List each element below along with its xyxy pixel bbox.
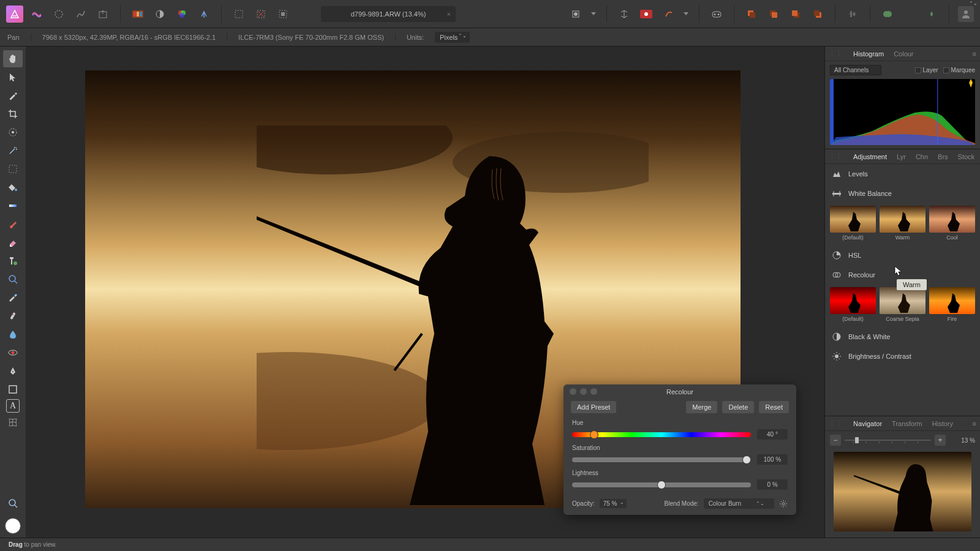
gradient-tool[interactable] bbox=[3, 197, 23, 214]
tab-history[interactable]: History bbox=[931, 418, 954, 430]
tab-histogram[interactable]: Histogram bbox=[852, 48, 885, 60]
blend-mode-select[interactable]: Colour Burn⌃⌄ bbox=[704, 498, 774, 509]
dropdown-icon[interactable] bbox=[682, 6, 690, 23]
zoom-tool[interactable] bbox=[3, 495, 23, 512]
layer-checkbox[interactable]: Layer bbox=[915, 67, 938, 73]
merge-button[interactable]: Merge bbox=[686, 401, 717, 413]
erase-tool[interactable] bbox=[3, 234, 23, 251]
delete-button[interactable]: Delete bbox=[722, 401, 754, 413]
gear-icon[interactable] bbox=[779, 500, 788, 508]
flood-fill-tool[interactable] bbox=[3, 179, 23, 196]
window-close-icon[interactable] bbox=[570, 388, 576, 395]
auto-contrast-icon[interactable] bbox=[151, 6, 168, 23]
pen-tool[interactable] bbox=[3, 362, 23, 380]
boolean-subtract-icon[interactable] bbox=[901, 6, 918, 23]
navigator-preview[interactable] bbox=[834, 452, 971, 531]
panel-menu-icon[interactable]: ≡ bbox=[973, 420, 976, 427]
tab-layers[interactable]: Lyr bbox=[895, 151, 907, 163]
rc-preset-default[interactable]: (Default) bbox=[830, 287, 876, 322]
lightness-slider[interactable] bbox=[572, 482, 751, 487]
hue-value[interactable]: 40 ° bbox=[757, 429, 788, 440]
healing-brush-tool[interactable] bbox=[3, 307, 23, 324]
auto-colour-icon[interactable] bbox=[173, 6, 190, 23]
adjustment-white-balance[interactable]: White Balance bbox=[825, 184, 980, 203]
adjustment-levels[interactable]: Levels bbox=[825, 164, 980, 184]
persona-photo-icon[interactable] bbox=[28, 6, 45, 23]
tab-colour[interactable]: Colour bbox=[892, 48, 914, 60]
marquee-tool[interactable] bbox=[3, 160, 23, 178]
force-pressure-icon[interactable] bbox=[660, 6, 677, 23]
rc-preset-fire[interactable]: Fire bbox=[929, 287, 975, 322]
add-preset-button[interactable]: Add Preset bbox=[571, 401, 616, 413]
clone-tool[interactable] bbox=[3, 252, 23, 269]
auto-wb-icon[interactable] bbox=[195, 6, 213, 23]
mesh-warp-tool[interactable] bbox=[3, 414, 23, 431]
text-tool[interactable]: A bbox=[6, 399, 20, 413]
tab-brushes[interactable]: Brs bbox=[937, 151, 949, 163]
magic-wand-tool[interactable] bbox=[3, 142, 23, 159]
tab-navigator[interactable]: Navigator bbox=[852, 418, 883, 430]
marquee-checkbox[interactable]: Marquee bbox=[943, 67, 975, 73]
panel-menu-icon[interactable]: ≡ bbox=[973, 50, 976, 58]
rectangle-tool[interactable] bbox=[3, 381, 23, 398]
rc-preset-sepia[interactable]: Coarse Sepia bbox=[880, 287, 925, 322]
pan-tool[interactable] bbox=[3, 50, 23, 67]
close-document-icon[interactable]: × bbox=[447, 10, 451, 18]
arrange-backward-icon[interactable] bbox=[765, 6, 782, 23]
zoom-in-button[interactable]: + bbox=[935, 435, 946, 446]
dialog-titlebar[interactable]: Recolour bbox=[564, 384, 796, 399]
arrange-back-icon[interactable] bbox=[743, 6, 760, 23]
document-title-bar[interactable]: d799-9891.ARW (13.4%) × bbox=[321, 6, 456, 22]
units-select[interactable]: Pixels ⌃⌄ bbox=[435, 32, 470, 43]
channels-select[interactable]: All Channels ⌃⌄ bbox=[830, 65, 881, 75]
move-tool[interactable] bbox=[3, 69, 23, 86]
blur-tool[interactable] bbox=[3, 326, 23, 343]
quickmask-icon[interactable] bbox=[567, 6, 584, 23]
adjustment-black-white[interactable]: Black & White bbox=[825, 327, 980, 347]
grip-icon[interactable]: ⋮⋮ bbox=[829, 419, 842, 427]
tab-stock[interactable]: Stock bbox=[957, 151, 976, 163]
assistant-icon[interactable] bbox=[708, 6, 725, 23]
persona-liquify-icon[interactable] bbox=[50, 6, 67, 23]
user-profile-icon[interactable] bbox=[958, 6, 974, 22]
arrange-forward-icon[interactable] bbox=[787, 6, 804, 23]
tab-channels[interactable]: Chn bbox=[914, 151, 929, 163]
foreground-colour-swatch[interactable] bbox=[5, 518, 21, 534]
wb-preset-default[interactable]: (Default) bbox=[830, 206, 876, 241]
align-icon[interactable] bbox=[844, 6, 861, 23]
lightness-value[interactable]: 0 % bbox=[757, 479, 788, 490]
window-minimize-icon[interactable] bbox=[580, 388, 587, 395]
zoom-value[interactable]: 13 % bbox=[949, 437, 975, 444]
persona-develop-icon[interactable] bbox=[72, 6, 89, 23]
hue-slider[interactable] bbox=[572, 432, 751, 437]
arrange-front-icon[interactable] bbox=[809, 6, 826, 23]
colour-picker-tool[interactable] bbox=[3, 87, 23, 104]
red-eye-tool[interactable] bbox=[3, 344, 23, 361]
zoom-out-button[interactable]: − bbox=[830, 435, 841, 446]
selection-brush-tool[interactable] bbox=[3, 124, 23, 141]
zoom-slider[interactable] bbox=[845, 437, 931, 444]
swatch-icon[interactable] bbox=[129, 6, 146, 23]
wb-preset-cool[interactable]: Cool bbox=[929, 206, 975, 241]
dodge-tool[interactable] bbox=[3, 271, 23, 288]
saturation-slider[interactable] bbox=[572, 457, 751, 462]
opacity-field[interactable]: 75 %⌄ bbox=[600, 499, 627, 508]
boolean-intersect-icon[interactable] bbox=[923, 6, 940, 23]
assist-record-icon[interactable] bbox=[638, 6, 655, 23]
snap-icon[interactable] bbox=[616, 6, 633, 23]
selection-none-icon[interactable] bbox=[252, 6, 270, 23]
adjustment-brightness-contrast[interactable]: Brightness / Contrast bbox=[825, 347, 980, 366]
window-zoom-icon[interactable] bbox=[590, 388, 597, 395]
selection-all-icon[interactable] bbox=[230, 6, 247, 23]
crop-tool[interactable] bbox=[3, 105, 23, 122]
tab-transform[interactable]: Transform bbox=[891, 418, 924, 430]
boolean-add-icon[interactable] bbox=[879, 6, 896, 23]
adjustment-hsl[interactable]: HSL bbox=[825, 246, 980, 265]
grip-icon[interactable]: ⋮⋮ bbox=[829, 50, 842, 58]
selection-invert-icon[interactable] bbox=[274, 6, 292, 23]
reset-button[interactable]: Reset bbox=[759, 401, 789, 413]
paint-brush-tool[interactable] bbox=[3, 216, 23, 233]
inpainting-tool[interactable] bbox=[3, 289, 23, 306]
tab-adjustment[interactable]: Adjustment bbox=[852, 151, 888, 163]
dropdown-icon[interactable] bbox=[589, 6, 598, 23]
